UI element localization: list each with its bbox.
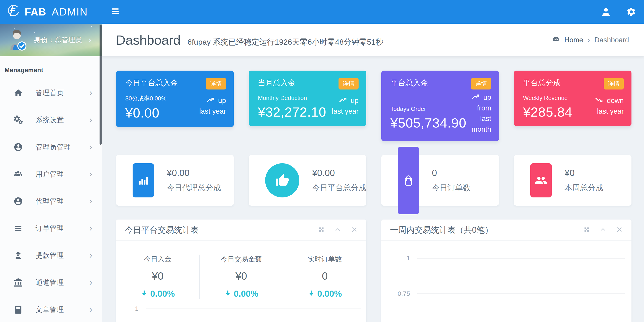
sidebar-profile[interactable]: 身份：总管理员 › [0, 24, 102, 56]
stat-realtime-orders: 实时订单数 0 0.00% [283, 254, 366, 299]
sidebar-item-admin-home[interactable]: 管理首页 › [0, 79, 102, 106]
gears-icon [13, 115, 23, 125]
sidebar-menu: 管理首页 › 系统设置 › 管理员管理 › [0, 79, 102, 322]
stat-today-amount: 今日交易金额 ¥0 0.00% [199, 254, 284, 299]
sidebar-item-agent-management[interactable]: 代理管理 › [0, 188, 102, 215]
stat-card-amount: ¥32,272.10 [258, 104, 332, 120]
user-icon[interactable] [601, 6, 611, 17]
chevron-right-icon: › [88, 35, 91, 45]
trend-note: up last year [332, 96, 358, 116]
y-axis-tick: 1 [390, 254, 410, 262]
chevron-right-icon: › [89, 142, 92, 152]
bar-chart-icon [132, 163, 154, 198]
chevron-right-icon: › [89, 278, 92, 288]
stat-card-subtitle: 30分成率0.00% [125, 94, 199, 102]
stat-card-total-platform-share: 平台总分成 Weekly Revenue ¥285.84 详情 down [514, 70, 632, 126]
chevron-right-icon: › [89, 224, 92, 233]
arrow-down-icon [140, 289, 148, 299]
detail-badge-button[interactable]: 详情 [338, 78, 358, 90]
info-card-label: 今日平台总分成 [312, 183, 366, 193]
detail-badge-button[interactable]: 详情 [604, 78, 624, 90]
sidebar-item-article-management[interactable]: 文章管理 › [0, 296, 102, 322]
trend-up-icon [472, 92, 481, 103]
page-subtitle: 6fupay 系统已经稳定运行1926天零6小时零48分钟零51秒 [188, 37, 384, 47]
stat-card-row: 今日平台总入金 30分成率0.00% ¥0.00 详情 up last [116, 70, 632, 141]
sidebar-item-user-management[interactable]: 用户管理 › [0, 160, 102, 188]
stat-card-total-platform-deposit: 平台总入金 Todays Order ¥505,734.90 详情 up [381, 70, 499, 141]
info-card-row: ¥0.00 今日代理总分成 ¥0.00 今日平台总分成 [116, 155, 632, 206]
trend-note: up from last month [472, 92, 491, 134]
list-bars-icon [13, 224, 23, 234]
sidebar-item-channel-management[interactable]: 通道管理 › [0, 269, 102, 296]
stat-card-today-platform-deposit: 今日平台总入金 30分成率0.00% ¥0.00 详情 up last [116, 70, 234, 127]
stat-card-title: 平台总分成 [523, 78, 596, 88]
info-card-week-share: ¥0 本周总分成 [514, 155, 632, 206]
home-icon [13, 88, 23, 98]
stat-card-amount: ¥0.00 [125, 105, 199, 120]
avatar [8, 29, 27, 52]
y-axis-tick: 0.75 [390, 290, 410, 298]
breadcrumb: Home › Dashboard [552, 35, 629, 45]
topbar-actions [601, 6, 644, 17]
sidebar-item-admin-management[interactable]: 管理员管理 › [0, 134, 102, 160]
chart-gridline-row: 1 [116, 305, 366, 312]
breadcrumb-separator: › [588, 36, 590, 44]
user-circle-icon [13, 196, 23, 206]
page-title: Dashboard [116, 32, 181, 48]
sidebar-scrollbar[interactable] [100, 24, 102, 145]
info-card-label: 今日订单数 [432, 183, 471, 193]
book-icon [13, 305, 23, 315]
info-card-today-agent-share: ¥0.00 今日代理总分成 [116, 155, 234, 206]
expand-icon[interactable] [318, 226, 325, 234]
chart-gridline [417, 258, 625, 258]
trend-up-icon [207, 96, 216, 106]
brand-logo-icon [6, 4, 20, 19]
profile-identity-label: 身份：总管理员 [34, 35, 82, 45]
stat-card-amount: ¥505,734.90 [390, 115, 471, 130]
thumbs-up-icon [265, 163, 299, 198]
stat-card-subtitle: Monthly Deduction [258, 94, 332, 102]
shopping-bag-icon [398, 147, 419, 214]
chart-gridline-row: 0.75 [381, 290, 632, 298]
chevron-right-icon: › [89, 169, 92, 179]
detail-badge-button[interactable]: 详情 [206, 78, 226, 90]
trend-up-icon [340, 96, 348, 106]
hamburger-menu-icon[interactable] [112, 8, 120, 16]
stat-card-amount: ¥285.84 [523, 104, 596, 120]
info-card-today-orders: 0 今日订单数 [381, 155, 499, 206]
brand[interactable]: FAB ADMIN [0, 4, 102, 19]
user-secret-icon [13, 250, 23, 260]
trend-note: down last year [596, 96, 624, 116]
collapse-icon[interactable] [334, 226, 341, 234]
breadcrumb-current: Dashboard [594, 36, 629, 44]
sidebar-item-withdraw-management[interactable]: 提款管理 › [0, 242, 102, 269]
collapse-icon[interactable] [600, 226, 606, 234]
close-icon[interactable] [616, 226, 623, 234]
sidebar-section-label: Management [4, 67, 102, 74]
chevron-right-icon: › [89, 196, 92, 206]
info-card-value: ¥0.00 [312, 168, 366, 178]
sidebar-item-system-settings[interactable]: 系统设置 › [0, 106, 102, 134]
expand-icon[interactable] [583, 226, 590, 234]
bank-icon [13, 278, 23, 288]
stat-card-subtitle: Weekly Revenue [523, 94, 596, 102]
chevron-right-icon: › [89, 115, 92, 125]
gear-icon[interactable] [626, 7, 636, 17]
sidebar-item-order-management[interactable]: 订单管理 › [0, 215, 102, 242]
info-card-label: 今日代理总分成 [167, 183, 221, 193]
detail-badge-button[interactable]: 详情 [471, 78, 491, 90]
stat-card-month-deposit: 当月总入金 Monthly Deduction ¥32,272.10 详情 up [249, 70, 366, 126]
two-users-icon [530, 163, 552, 198]
breadcrumb-home-link[interactable]: Home [564, 36, 583, 44]
info-card-value: ¥0 [564, 168, 603, 178]
chart-gridline [146, 308, 361, 309]
close-icon[interactable] [351, 226, 358, 234]
users-group-icon [13, 169, 23, 179]
panel-week-transactions: 一周内交易统计表（共0笔） [381, 220, 632, 322]
sidebar: 身份：总管理员 › Management 管理首页 › 系统设置 › [0, 24, 102, 322]
stat-card-title: 当月总入金 [258, 78, 332, 88]
panel-title: 今日平台交易统计表 [125, 224, 199, 236]
user-circle-icon [13, 142, 23, 152]
main-content: 今日平台总入金 30分成率0.00% ¥0.00 详情 up last [102, 56, 644, 322]
page-header: Dashboard 6fupay 系统已经稳定运行1926天零6小时零48分钟零… [102, 24, 644, 56]
